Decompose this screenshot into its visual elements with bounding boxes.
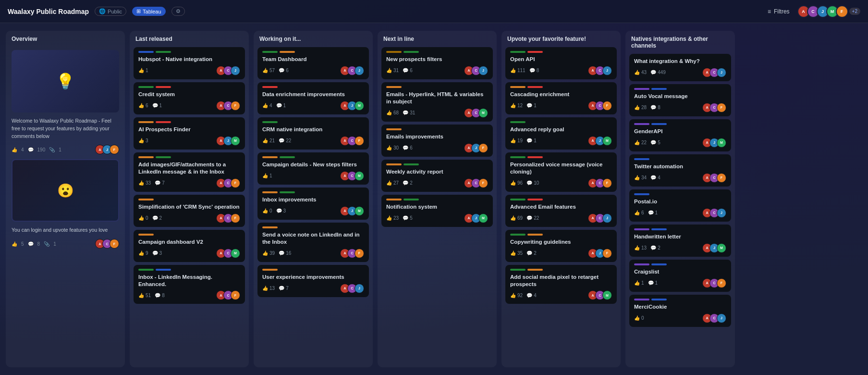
comment-count: 💬8 [529, 68, 539, 73]
tag-green [510, 269, 526, 271]
tag-red [156, 86, 171, 88]
tag-orange [386, 199, 402, 200]
tag-blue [651, 123, 667, 125]
card-1-0[interactable]: Team Dashboard👍57💬6ACJ [257, 47, 369, 79]
card-3-3[interactable]: Personalized voice message (voice clonin… [505, 152, 617, 192]
card-meta: 👍0💬3 [262, 208, 286, 213]
card-avatar-2: M [355, 171, 364, 181]
card-0-6[interactable]: Inbox - LinkedIn Messaging. Enhanced.👍51… [134, 265, 245, 304]
tag-yellow [386, 51, 402, 53]
card-1-5[interactable]: Send a voice note on LinkedIn and in the… [257, 223, 369, 262]
like-icon: 👍 [510, 215, 516, 221]
like-icon: 👍 [634, 175, 640, 180]
card-3-0[interactable]: Open API👍111💬8ACJ [505, 47, 617, 79]
like-icon: 👍 [634, 140, 640, 145]
card-1-2[interactable]: CRM native integration👍21💬22ACF [257, 117, 369, 150]
card-meta: 👍0 [634, 315, 644, 321]
card-1-4[interactable]: Inbox improvements👍0💬3AJM [257, 188, 369, 220]
tag-orange [262, 156, 278, 158]
card-1-3[interactable]: Campaign details - New steps filters👍1AC… [257, 152, 369, 185]
plus-badge: +2 [849, 8, 860, 15]
card-3-5[interactable]: Copywriting guidelines👍35💬2AJF [505, 230, 617, 262]
comment-icon: 💬 [526, 250, 532, 256]
card-title: Credit system [138, 91, 240, 98]
card-tags [386, 51, 488, 53]
comment-icon: 💬 [526, 180, 532, 186]
card-footer: 👍28💬8ACF [634, 103, 726, 112]
card-tags [138, 86, 240, 88]
card-1-1[interactable]: Data enrichment improvements👍4💬1AJM [257, 82, 369, 114]
comment-count: 💬10 [526, 180, 539, 186]
comment-count: 💬2 [650, 245, 660, 250]
like-icon: 👍 [510, 293, 516, 298]
filter-button[interactable]: ≡ Filtres [764, 6, 794, 17]
comment-icon: 💬 [648, 280, 654, 286]
card-2-0[interactable]: New prospects filters👍31💬6ACJ [381, 47, 493, 79]
card-3-2[interactable]: Advanced reply goal👍19💬1AJM [505, 117, 617, 150]
like-icon: 👍 [262, 68, 268, 73]
card-meta: 👍23💬5 [386, 215, 413, 221]
card-avatars: ACJ [340, 284, 364, 293]
tag-orange [138, 156, 154, 158]
card-4-6[interactable]: Craigslist👍1💬1ACF [629, 260, 731, 292]
card-2-1[interactable]: Emails - Hyperlink, HTML & variables in … [381, 82, 493, 122]
comment-icon: 💬 [279, 68, 284, 73]
tag-green [280, 156, 295, 158]
tag-green [510, 51, 526, 53]
card-meta: 👍6💬1 [138, 103, 162, 108]
card-tags [138, 51, 240, 53]
card-0-0[interactable]: Hubspot - Native integration👍1ACJ [134, 47, 245, 79]
card-4-5[interactable]: Handwritten letter👍13💬2AJM [629, 225, 731, 257]
comment-count: 💬22 [526, 215, 539, 221]
tableau-icon: ⊞ [136, 8, 141, 14]
card-4-7[interactable]: MerciCookie👍0ACJ [629, 295, 731, 327]
like-icon: 👍 [138, 68, 144, 73]
card-0-1[interactable]: Credit system👍6💬1ACF [134, 82, 245, 114]
card-1-6[interactable]: User experience improvements👍13💬7ACJ [257, 265, 369, 297]
card-0-5[interactable]: Campaign dashboard V2👍9💬3ACM [134, 230, 245, 262]
card-0-4[interactable]: Simplification of 'CRM Sync' operation👍0… [134, 195, 245, 227]
card-2-3[interactable]: Weekly activity report👍27💬2ACF [381, 160, 493, 192]
comment-count: 💬22 [279, 138, 291, 143]
card-2-4[interactable]: Notification system👍23💬5AJM [381, 195, 493, 227]
card-4-3[interactable]: Twitter automation👍34💬4ACF [629, 154, 731, 187]
tag-orange [280, 51, 295, 53]
card-3-6[interactable]: Add social media pixel to retarget prosp… [505, 265, 617, 304]
like-count: 👍6 [634, 210, 644, 215]
card-meta: 👍0💬2 [138, 215, 162, 221]
card-3-4[interactable]: Advanced Email features👍69💬22ACJ [505, 195, 617, 227]
card-0-3[interactable]: Add images/GIF/attachments to a LinkedIn… [134, 152, 245, 192]
card-avatar-2: F [602, 249, 612, 258]
like-icon: 👍 [138, 138, 144, 143]
card-4-0[interactable]: What integration & Why?👍43💬449ACJ [629, 54, 731, 81]
card-tags [634, 299, 726, 300]
like-icon: 👍 [634, 105, 640, 110]
customize-button[interactable]: ⚙ [171, 7, 185, 16]
tag-blue [651, 88, 667, 90]
card-2-2[interactable]: Emails improvements👍30💬6AJF [381, 125, 493, 157]
card-4-4[interactable]: Postal.io👍6💬1ACJ [629, 189, 731, 222]
col-header-upvote: Upvote your favorite feature! [501, 31, 621, 45]
card-4-2[interactable]: GenderAPI👍22💬5AJM [629, 119, 731, 151]
card-title: Emails improvements [386, 133, 488, 140]
card-title: Inbox improvements [262, 196, 364, 203]
card-footer: 👍21💬22ACF [262, 136, 364, 146]
like-count: 👍39 [262, 250, 275, 256]
like-icon: 👍 [138, 103, 144, 108]
comment-icon: 💬 [152, 250, 158, 256]
tag-purple [634, 88, 649, 90]
card-4-1[interactable]: Auto Vocal message👍28💬8ACF [629, 84, 731, 116]
card-0-2[interactable]: AI Prospects Finder👍3AJM [134, 117, 245, 150]
card-tags [634, 263, 726, 265]
card-avatar-2: F [602, 178, 612, 188]
card-footer: 👍6💬1ACF [138, 101, 240, 111]
view-tableau-badge[interactable]: ⊞ Tableau [132, 7, 166, 16]
card-avatar-2: J [602, 66, 612, 75]
tag-green [262, 51, 278, 53]
view-public-badge[interactable]: 🌐 Public [95, 7, 126, 16]
card-3-1[interactable]: Cascading enrichment👍12💬1ACF [505, 82, 617, 114]
filter-label: Filtres [774, 8, 790, 15]
card-footer: 👍30💬6AJF [386, 143, 488, 153]
card-title: Weekly activity report [386, 168, 488, 175]
tag-orange [138, 121, 154, 123]
